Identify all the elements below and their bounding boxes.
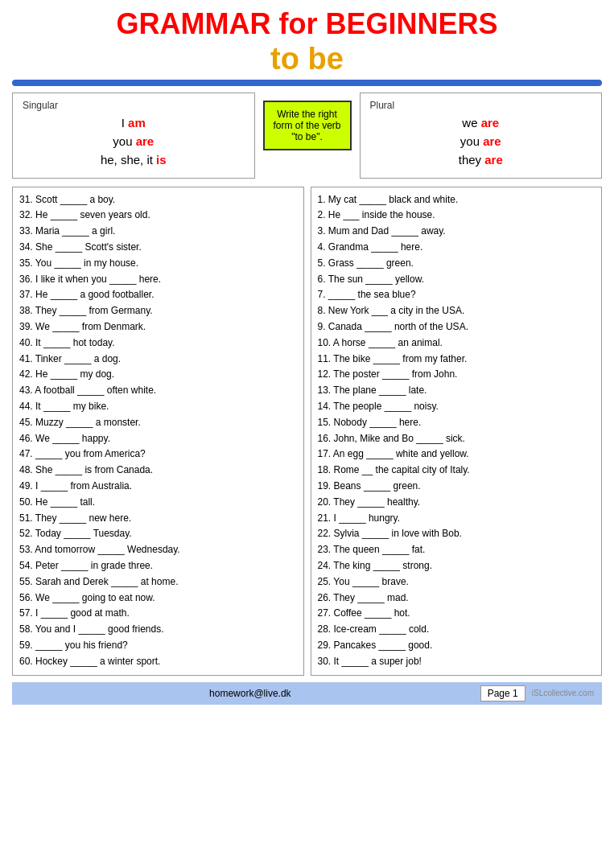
left-exercise-item: 36. I like it when you _____ here. xyxy=(19,272,297,288)
left-exercise-item: 41. Tinker _____ a dog. xyxy=(19,352,297,368)
right-exercise-item: 3. Mum and Dad _____ away. xyxy=(318,224,595,240)
right-exercise-item: 16. John, Mike and Bo _____ sick. xyxy=(318,431,595,447)
footer-page: Page 1 xyxy=(480,685,525,701)
singular-verb-2: are xyxy=(136,134,155,148)
sub-title: to be xyxy=(12,42,602,76)
right-exercise-item: 18. Rome __ the capital city of Italy. xyxy=(318,463,595,479)
left-exercise-item: 52. Today _____ Tuesday. xyxy=(19,526,297,542)
singular-row-1: I am xyxy=(23,116,245,130)
right-exercise-item: 26. They _____ mad. xyxy=(318,590,595,607)
left-exercise-item: 39. We _____ from Denmark. xyxy=(19,319,297,335)
instruction-box: Write the right form of the verb "to be"… xyxy=(263,101,352,150)
left-exercise-item: 48. She _____ is from Canada. xyxy=(19,463,297,479)
right-exercise-box: 1. My cat _____ black and white.2. He __… xyxy=(311,187,603,676)
main-title: GRAMMAR for BEGINNERS xyxy=(12,8,602,40)
left-exercise-item: 59. _____ you his friend? xyxy=(19,638,297,654)
singular-verb-3: is xyxy=(156,153,167,167)
right-exercise-item: 27. Coffee _____ hot. xyxy=(318,606,595,622)
right-exercise-item: 13. The plane _____ late. xyxy=(318,383,595,399)
left-exercise-item: 35. You _____ in my house. xyxy=(19,256,297,272)
left-exercise-item: 49. I _____ from Australia. xyxy=(19,479,297,495)
left-exercise-item: 40. It _____ hot today. xyxy=(19,335,297,352)
right-exercise-item: 6. The sun _____ yellow. xyxy=(318,272,595,288)
left-exercise-item: 51. They _____ new here. xyxy=(19,511,297,527)
left-exercise-item: 38. They _____ from Germany. xyxy=(19,303,297,319)
plural-row-1: we are xyxy=(370,116,592,130)
right-exercise-item: 9. Canada _____ north of the USA. xyxy=(318,319,595,335)
right-exercise-item: 21. I _____ hungry. xyxy=(318,511,595,527)
right-exercise-item: 25. You _____ brave. xyxy=(318,574,595,590)
right-exercise-item: 28. Ice-cream _____ cold. xyxy=(318,622,595,638)
footer-email: homework@live.dk xyxy=(20,688,480,699)
right-exercise-item: 14. The people _____ noisy. xyxy=(318,399,595,415)
blue-line xyxy=(12,80,602,86)
right-exercise-item: 20. They _____ healthy. xyxy=(318,495,595,511)
left-exercise-item: 45. Muzzy _____ a monster. xyxy=(19,415,297,431)
plural-label: Plural xyxy=(370,100,592,111)
left-exercise-item: 57. I _____ good at math. xyxy=(19,606,297,622)
right-exercise-item: 19. Beans _____ green. xyxy=(318,479,595,495)
right-exercise-item: 10. A horse _____ an animal. xyxy=(318,335,595,352)
plural-verb-1: are xyxy=(481,116,500,130)
left-exercise-item: 43. A football _____ often white. xyxy=(19,383,297,399)
right-exercise-item: 23. The queen _____ fat. xyxy=(318,542,595,558)
plural-row-2: you are xyxy=(370,134,592,148)
left-exercise-item: 34. She _____ Scott's sister. xyxy=(19,240,297,256)
right-exercise-item: 5. Grass _____ green. xyxy=(318,256,595,272)
right-exercise-item: 7. _____ the sea blue? xyxy=(318,287,595,303)
exercises-container: 31. Scott _____ a boy.32. He _____ seven… xyxy=(12,187,602,676)
watermark: iSLcollective.com xyxy=(532,689,594,697)
right-exercise-item: 15. Nobody _____ here. xyxy=(318,415,595,431)
left-exercise-item: 58. You and I _____ good friends. xyxy=(19,622,297,638)
left-exercise-item: 32. He _____ seven years old. xyxy=(19,208,297,224)
left-exercise-item: 37. He _____ a good footballer. xyxy=(19,287,297,303)
singular-row-3: he, she, it is xyxy=(23,153,245,167)
left-exercise-box: 31. Scott _____ a boy.32. He _____ seven… xyxy=(12,187,304,676)
plural-box: Plural we are you are they are xyxy=(360,93,603,179)
left-exercise-item: 42. He _____ my dog. xyxy=(19,367,297,383)
left-exercise-item: 31. Scott _____ a boy. xyxy=(19,192,297,208)
footer: homework@live.dk Page 1 iSLcollective.co… xyxy=(12,682,602,705)
right-exercise-item: 12. The poster _____ from John. xyxy=(318,367,595,383)
right-exercise-item: 29. Pancakes _____ good. xyxy=(318,638,595,654)
singular-verb-1: am xyxy=(128,116,146,130)
right-exercise-item: 11. The bike _____ from my father. xyxy=(318,352,595,368)
singular-row-2: you are xyxy=(23,134,245,148)
singular-box: Singular I am you are he, she, it is xyxy=(12,93,255,179)
right-exercise-item: 2. He ___ inside the house. xyxy=(318,208,595,224)
grammar-table: Singular I am you are he, she, it is Wri… xyxy=(12,93,602,179)
right-exercise-item: 17. An egg _____ white and yellow. xyxy=(318,446,595,463)
left-exercise-item: 33. Maria _____ a girl. xyxy=(19,224,297,240)
right-exercise-item: 4. Grandma _____ here. xyxy=(318,240,595,256)
plural-row-3: they are xyxy=(370,153,592,167)
plural-verb-3: are xyxy=(484,153,503,167)
left-exercise-item: 50. He _____ tall. xyxy=(19,495,297,511)
left-exercise-item: 47. _____ you from America? xyxy=(19,446,297,463)
right-exercise-item: 22. Sylvia _____ in love with Bob. xyxy=(318,526,595,542)
right-exercise-item: 1. My cat _____ black and white. xyxy=(318,192,595,208)
left-exercise-item: 53. And tomorrow _____ Wednesday. xyxy=(19,542,297,558)
left-exercise-item: 56. We _____ going to eat now. xyxy=(19,590,297,607)
plural-verb-2: are xyxy=(483,134,501,148)
page: GRAMMAR for BEGINNERS to be Singular I a… xyxy=(0,0,614,868)
left-exercise-item: 46. We _____ happy. xyxy=(19,431,297,447)
singular-label: Singular xyxy=(23,100,245,111)
left-exercise-item: 60. Hockey _____ a winter sport. xyxy=(19,654,297,670)
right-exercise-item: 30. It _____ a super job! xyxy=(318,654,595,670)
right-exercise-item: 24. The king _____ strong. xyxy=(318,558,595,574)
left-exercise-item: 55. Sarah and Derek _____ at home. xyxy=(19,574,297,590)
left-exercise-item: 44. It _____ my bike. xyxy=(19,399,297,415)
right-exercise-item: 8. New York ___ a city in the USA. xyxy=(318,303,595,319)
left-exercise-item: 54. Peter _____ in grade three. xyxy=(19,558,297,574)
